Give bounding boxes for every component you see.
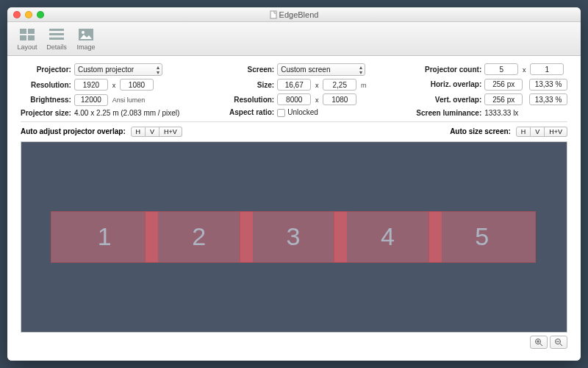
projector-4[interactable]: 4	[334, 211, 441, 263]
hoverlap-px-input[interactable]: 256 px	[484, 79, 523, 91]
layout-icon	[20, 29, 35, 40]
auto-size-hv[interactable]: H+V	[545, 127, 567, 137]
voverlap-px-input[interactable]: 256 px	[484, 93, 523, 105]
hoverlap-label: Horiz. overlap:	[416, 80, 481, 88]
auto-overlap-v[interactable]: V	[146, 127, 159, 137]
svg-rect-1	[20, 29, 26, 34]
form-grid: Projector: Custom projector▴▾ Resolution…	[21, 63, 567, 117]
auto-overlap-seg: H V H+V	[131, 127, 182, 137]
projector-column: Projector: Custom projector▴▾ Resolution…	[21, 63, 179, 117]
zoom-in-button[interactable]	[530, 336, 548, 349]
brightness-label: Brightness:	[21, 96, 71, 104]
svg-rect-5	[49, 29, 64, 31]
svg-rect-3	[20, 35, 26, 40]
unlocked-label: Unlocked	[287, 108, 318, 116]
projector-3[interactable]: 3	[240, 211, 347, 263]
luminance-value: 1333.33 lx	[484, 109, 567, 117]
preview-canvas[interactable]: 12345	[21, 141, 567, 333]
auto-size-h[interactable]: H	[516, 127, 531, 137]
image-tab[interactable]: Image	[72, 26, 100, 51]
hoverlap-pc-input[interactable]: 13,33 %	[529, 79, 567, 91]
svg-rect-2	[28, 29, 35, 34]
svg-line-11	[540, 344, 542, 346]
screen-label: Screen:	[229, 66, 274, 74]
brightness-unit: Ansi lumen	[112, 96, 146, 104]
voverlap-pc-input[interactable]: 13,33 %	[529, 93, 567, 105]
overlap-column: Projector count: 5 x 1 Horiz. overlap: 2…	[416, 63, 567, 117]
details-tab[interactable]: Details	[43, 26, 71, 51]
auto-overlap-label: Auto adjust projector overlap:	[21, 127, 126, 135]
image-label: Image	[76, 43, 95, 51]
auto-size-label: Auto size screen:	[450, 127, 511, 135]
details-icon	[49, 29, 64, 40]
content: Projector: Custom projector▴▾ Resolution…	[7, 56, 581, 361]
details-label: Details	[46, 43, 67, 51]
res-w-input[interactable]: 1920	[74, 79, 108, 91]
titlebar[interactable]: EdgeBlend	[7, 7, 581, 22]
app-window: EdgeBlend Layout Details Image Projector…	[7, 7, 581, 361]
svg-point-9	[82, 31, 85, 34]
screen-select[interactable]: Custom screen▴▾	[277, 63, 365, 76]
auto-overlap-h[interactable]: H	[131, 127, 146, 137]
adjust-row: Auto adjust projector overlap: H V H+V A…	[21, 127, 567, 137]
zoom-out-icon	[554, 338, 563, 347]
pcount-x-input[interactable]: 5	[484, 63, 518, 75]
screen-column: Screen: Custom screen▴▾ Size: 16,67 x 2,…	[229, 63, 366, 117]
zoom-row	[21, 336, 567, 349]
toolbar: Layout Details Image	[7, 22, 581, 56]
auto-size-seg: H V H+V	[516, 127, 567, 137]
zoom-out-button[interactable]	[550, 336, 567, 349]
svg-rect-7	[49, 38, 64, 40]
luminance-label: Screen luminance:	[416, 109, 481, 117]
sres-h-input[interactable]: 1080	[323, 93, 356, 105]
svg-rect-0	[270, 11, 276, 18]
pcount-label: Projector count:	[416, 66, 481, 74]
projector-1[interactable]: 1	[51, 211, 158, 263]
brightness-input[interactable]: 12000	[74, 94, 108, 106]
sres-label: Resolution:	[229, 96, 274, 104]
document-icon	[270, 10, 277, 19]
svg-rect-6	[49, 33, 64, 35]
projector-select[interactable]: Custom projector▴▾	[74, 63, 162, 76]
aspect-label: Aspect ratio:	[229, 108, 274, 116]
projector-size-label: Projector size:	[21, 109, 71, 117]
svg-line-15	[560, 344, 562, 346]
pcount-y-input[interactable]: 1	[530, 63, 564, 75]
resolution-label: Resolution:	[21, 81, 71, 89]
size-unit: m	[361, 82, 367, 89]
projector-2[interactable]: 2	[145, 211, 252, 263]
res-h-input[interactable]: 1080	[120, 79, 154, 91]
auto-size-v[interactable]: V	[531, 127, 545, 137]
image-icon	[79, 29, 93, 40]
divider	[21, 121, 567, 122]
window-title: EdgeBlend	[7, 10, 581, 19]
projector-size-value: 4.00 x 2.25 m (2.083 mm / pixel)	[74, 109, 179, 117]
layout-label: Layout	[17, 43, 37, 51]
size-w-input[interactable]: 16,67	[277, 79, 311, 91]
zoom-in-icon	[534, 338, 543, 347]
auto-overlap-hv[interactable]: H+V	[159, 127, 182, 137]
size-h-input[interactable]: 2,25	[323, 79, 356, 91]
sres-w-input[interactable]: 8000	[277, 93, 311, 105]
projector-label: Projector:	[21, 66, 71, 74]
aspect-unlocked-checkbox[interactable]	[277, 109, 285, 117]
projector-5[interactable]: 5	[429, 211, 536, 263]
layout-tab[interactable]: Layout	[13, 26, 41, 51]
voverlap-label: Vert. overlap:	[416, 96, 481, 104]
svg-rect-4	[28, 35, 35, 40]
size-label: Size:	[229, 81, 274, 89]
